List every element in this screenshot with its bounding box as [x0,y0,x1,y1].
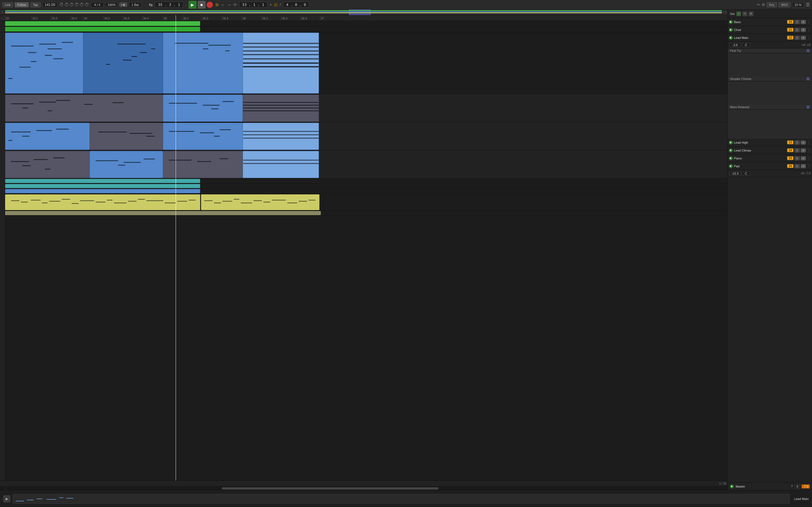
pad-pan[interactable]: C [742,171,750,176]
master-vol-display[interactable]: 0 [795,484,800,489]
clip-lead-climax[interactable] [5,184,200,188]
bass-play-button[interactable]: ▶ [729,20,733,24]
clip-bass[interactable] [5,27,200,32]
ruler-mark: 33.3 [51,15,57,20]
tap-button[interactable]: Tap [31,2,41,7]
tempo-display[interactable]: 141.00 [42,2,58,8]
lead-main-arm-button[interactable]: ● [801,36,806,40]
zoom-pct-display[interactable]: 15 % [792,2,804,7]
master-val-display[interactable]: -7.0 [802,485,810,489]
link-button[interactable]: Link [2,2,13,7]
pad-meter-r: -7.0 [806,172,810,175]
lead-high-arm-button[interactable]: ● [801,140,806,145]
choir-play-button[interactable]: ▶ [729,28,733,32]
clip-lead-main-1[interactable] [5,33,83,94]
lead-high-play-button[interactable]: ▶ [729,140,733,145]
clip-relaxed-2[interactable] [90,151,163,178]
lead-main-pan[interactable]: C [742,43,750,47]
choir-options[interactable]: ⋮ [807,27,811,32]
midi-button[interactable]: MIDI [779,2,790,7]
record-button[interactable] [207,2,213,8]
lead-climax-arm-button[interactable]: ● [801,149,806,152]
bottom-play-button[interactable]: ▶ [3,496,10,502]
bass-options[interactable]: ⋮ [807,20,811,24]
toolbar: Link Follow Tap 141.00 ⏱ ⏱ ⏱ ⏱ ⏱ ⏱ 4 / 4… [0,0,812,10]
first-try-fold-button[interactable]: ⊡ [806,49,810,52]
piano-solo-button[interactable]: S [795,156,800,160]
clip-green-top[interactable] [5,21,200,26]
stop-button[interactable]: ■ [198,1,206,9]
lead-main-volume[interactable]: -3.9 [729,43,741,47]
follow-button[interactable]: Follow [15,2,29,7]
track-row-bass [5,26,727,32]
lead-main-play-button[interactable]: ▶ [729,36,733,40]
clip-relaxed-4[interactable] [243,151,319,178]
position-display-main[interactable]: 35 . 3 . 1 [155,2,183,8]
clip-waveform[interactable] [5,211,321,215]
session-settings-button[interactable]: ⚙ [749,11,753,16]
lead-main-solo-button[interactable]: S [795,36,800,40]
clip-simpler-4[interactable] [243,123,319,150]
track-header-lead-main: ▶ Lead Main 12 S ● ⋮ [728,34,812,42]
pad-volume[interactable]: -10.3 [729,171,741,176]
bass-solo-button[interactable]: S [795,20,800,24]
overview-bar[interactable]: ▼ H W [0,10,727,15]
horizontal-scrollbar[interactable] [0,486,727,490]
lead-climax-number: 14 [787,149,794,152]
pad-options[interactable]: ⋮ [807,164,811,168]
quantize-display[interactable]: 1 Bar [129,2,142,7]
clip-relaxed-1[interactable] [5,151,90,178]
main-layout: ▼ H W ▷ 33 33.2 33.3 [0,10,812,490]
time-sig-display[interactable]: 4 / 4 [91,2,103,7]
pad-arm-button[interactable]: ● [801,164,806,168]
choir-arm-button[interactable]: ● [801,28,806,32]
position-display-3[interactable]: 4 . 0 . 0 [283,2,309,8]
clip-lead-main-2[interactable] [83,33,163,94]
piano-arm-button[interactable]: ● [801,156,806,160]
clip-lead-high[interactable] [5,179,200,183]
lead-main-options[interactable]: ⋮ [807,36,811,40]
scrollbar-thumb[interactable] [222,487,439,490]
position-display-2[interactable]: 33 . 1 . 1 [239,2,267,8]
more-relaxed-fold-button[interactable]: ⊡ [806,105,810,109]
clips-area[interactable] [5,21,727,481]
lead-climax-solo-button[interactable]: S [795,149,800,152]
bass-arm-button[interactable]: ● [801,20,806,24]
zoom-display[interactable]: 100% [105,2,118,7]
lead-climax-play-button[interactable]: ▶ [729,149,733,152]
clip-lead-main-3[interactable] [163,33,243,94]
simpler-chords-fold-button[interactable]: ⊡ [806,77,810,80]
master-play-button[interactable]: ▶ [730,485,734,489]
play-button[interactable]: ▶ [189,1,197,9]
key-button[interactable]: Key [767,2,777,7]
choir-solo-button[interactable]: S [795,28,800,32]
clip-relaxed-3[interactable] [163,151,243,178]
clip-first-try-1[interactable] [5,95,163,122]
bar-ruler[interactable]: ▷ 33 33.2 33.3 33.4 34 34.2 34.3 34.4 35… [0,15,727,21]
clip-simpler-2[interactable] [90,123,163,150]
menu-icon[interactable]: ☰ [806,2,810,7]
lead-main-number: 12 [787,36,794,40]
pad-play-button[interactable]: ▶ [729,164,733,168]
clip-simpler-1[interactable] [5,123,90,150]
session-add-button[interactable]: + [737,11,741,16]
clip-piano[interactable] [5,189,200,193]
track-header-choir: ▶ Choir 11 S ● ⋮ [728,26,812,34]
lead-high-solo-button[interactable]: S [795,140,800,145]
clip-lead-main-4[interactable] [243,33,319,94]
clip-simpler-3[interactable] [163,123,243,150]
session-edit-button[interactable]: ✏ [743,11,747,16]
piano-options[interactable]: ⋮ [807,156,811,161]
group-first-try: First Try ⊡ [728,48,812,53]
piano-play-button[interactable]: ▶ [729,156,733,160]
pad-solo-button[interactable]: S [795,164,800,168]
lead-high-options[interactable]: ⋮ [807,140,811,145]
lead-climax-options[interactable]: ⋮ [807,148,811,153]
clip-first-try-3[interactable] [243,95,319,122]
clip-pad-2[interactable] [201,194,319,210]
clip-first-try-2[interactable] [163,95,243,122]
track-row-pad [5,194,727,211]
bottom-piano-roll-preview[interactable] [12,494,790,504]
clip-pad-1[interactable] [5,194,200,210]
track-row-piano [5,189,727,194]
